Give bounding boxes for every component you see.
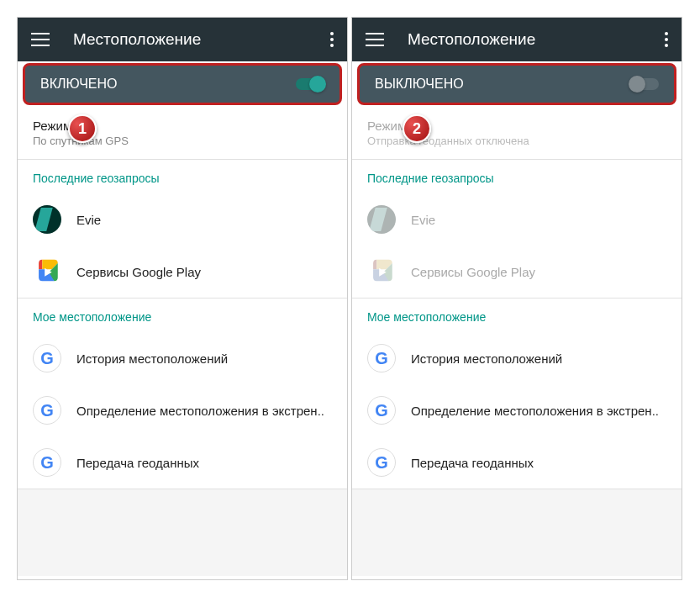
- google-icon: G: [367, 448, 396, 477]
- location-toggle-row[interactable]: ВКЛЮЧЕНО: [23, 63, 342, 105]
- google-icon: G: [33, 344, 61, 372]
- content: Режим По спутникам GPS Последние геозапр…: [18, 107, 347, 576]
- app-row-play[interactable]: Сервисы Google Play: [18, 246, 347, 298]
- page-title: Местоположение: [408, 30, 665, 49]
- service-row-sharing[interactable]: G Передача геоданных: [18, 436, 347, 489]
- page-title: Местоположение: [73, 30, 330, 49]
- toggle-label: ВКЛЮЧЕНО: [40, 77, 296, 92]
- play-services-icon: [33, 257, 61, 286]
- service-row-emergency[interactable]: G Определение местоположения в экстрен..: [352, 384, 682, 436]
- google-icon: G: [33, 396, 61, 425]
- toggle-label: ВЫКЛЮЧЕНО: [375, 77, 630, 92]
- appbar: Местоположение: [18, 18, 347, 61]
- overflow-menu-icon[interactable]: [330, 32, 334, 47]
- mode-row: Режим Отправка геоданных отключена: [352, 107, 682, 159]
- requests-header: Последние геозапросы: [18, 160, 347, 193]
- app-row-evie[interactable]: Evie: [18, 193, 347, 246]
- service-name: Передача геоданных: [411, 456, 534, 470]
- service-name: Определение местоположения в экстрен..: [411, 404, 659, 418]
- google-icon: G: [367, 396, 396, 425]
- service-row-history[interactable]: G История местоположений: [352, 332, 682, 384]
- step-badge-2: 2: [403, 114, 431, 143]
- app-name: Сервисы Google Play: [411, 265, 535, 279]
- appbar: Местоположение: [352, 18, 682, 61]
- mode-row[interactable]: Режим По спутникам GPS: [18, 107, 347, 159]
- hamburger-icon[interactable]: [366, 33, 384, 46]
- location-switch[interactable]: [296, 78, 324, 90]
- google-icon: G: [367, 344, 396, 372]
- app-name: Evie: [411, 213, 435, 227]
- hamburger-icon[interactable]: [31, 33, 50, 46]
- app-name: Сервисы Google Play: [76, 265, 201, 279]
- switch-thumb: [309, 76, 326, 92]
- screen-2: Местоположение ВЫКЛЮЧЕНО 2 Режим Отправк…: [351, 17, 682, 580]
- play-services-icon: [367, 257, 396, 286]
- location-switch[interactable]: [630, 78, 659, 90]
- service-name: История местоположений: [411, 351, 562, 366]
- requests-header: Последние геозапросы: [352, 160, 682, 193]
- location-toggle-row[interactable]: ВЫКЛЮЧЕНО: [357, 63, 676, 105]
- switch-thumb: [629, 76, 645, 92]
- service-row-history[interactable]: G История местоположений: [18, 332, 347, 384]
- step-badge-1: 1: [68, 114, 97, 143]
- service-name: Определение местоположения в экстрен..: [76, 404, 324, 418]
- evie-icon: [367, 205, 396, 234]
- app-name: Evie: [76, 213, 101, 227]
- google-icon: G: [33, 448, 61, 477]
- screen-1: Местоположение ВКЛЮЧЕНО 1 Режим По спутн…: [17, 17, 348, 580]
- service-name: История местоположений: [76, 351, 228, 366]
- myloc-header: Мое местоположение: [18, 298, 347, 332]
- app-row-evie: Evie: [352, 193, 682, 246]
- app-row-play: Сервисы Google Play: [352, 246, 682, 298]
- service-row-sharing[interactable]: G Передача геоданных: [352, 436, 682, 489]
- overflow-menu-icon[interactable]: [665, 32, 668, 47]
- content: Режим Отправка геоданных отключена После…: [352, 107, 682, 576]
- service-name: Передача геоданных: [76, 456, 199, 470]
- service-row-emergency[interactable]: G Определение местоположения в экстрен..: [18, 384, 347, 436]
- evie-icon: [33, 205, 61, 234]
- myloc-header: Мое местоположение: [352, 298, 682, 332]
